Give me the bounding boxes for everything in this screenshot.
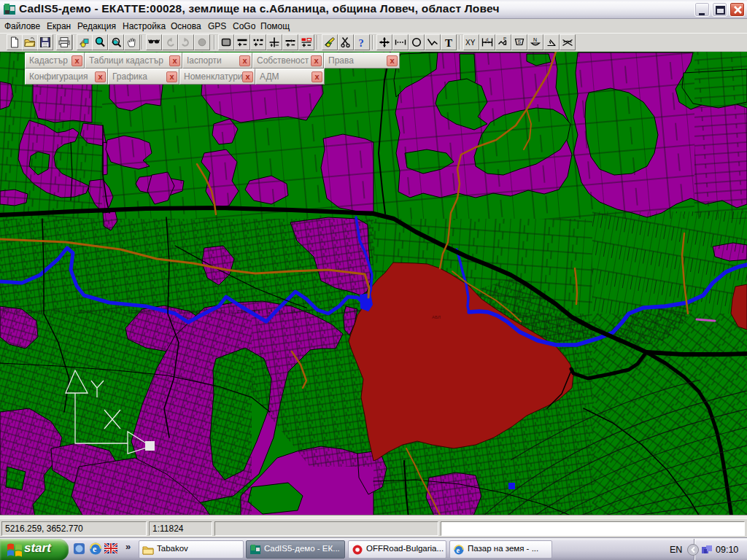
svg-text:P: P <box>503 36 506 41</box>
svg-text:S: S <box>518 39 522 44</box>
svg-text:?: ? <box>359 37 364 49</box>
svg-text:T: T <box>445 37 452 49</box>
svg-text:d: d <box>486 37 488 42</box>
svg-text:АБЛ: АБЛ <box>432 315 441 319</box>
svg-text:e: e <box>93 544 97 554</box>
svg-text:XY: XY <box>465 39 476 47</box>
svg-text:e: e <box>457 546 460 554</box>
svg-text:N: N <box>533 37 537 42</box>
